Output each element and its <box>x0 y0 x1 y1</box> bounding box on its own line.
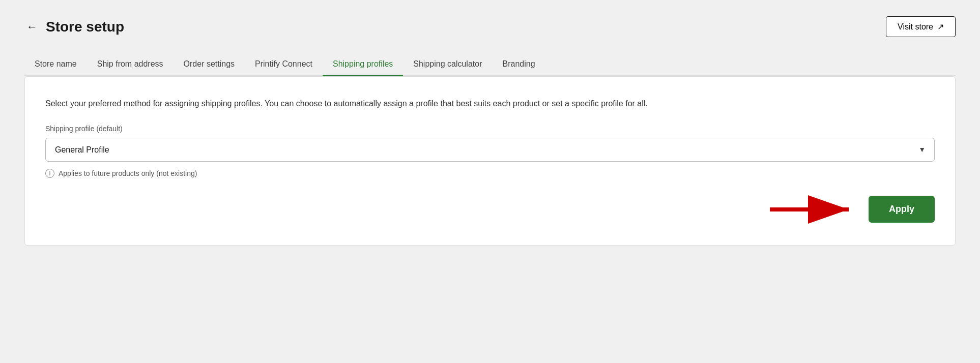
tab-store-name[interactable]: Store name <box>24 53 87 76</box>
arrow-container <box>765 194 856 225</box>
red-arrow-icon <box>765 194 856 225</box>
tab-branding[interactable]: Branding <box>492 53 545 76</box>
visit-store-label: Visit store <box>898 22 933 32</box>
profile-select-wrapper: General Profile Express Profile Economy … <box>45 138 935 162</box>
description-text: Select your preferred method for assigni… <box>45 97 758 110</box>
page-container: ← Store setup Visit store ↗ Store name S… <box>0 0 980 262</box>
tab-ship-from-address[interactable]: Ship from address <box>87 53 174 76</box>
external-link-icon: ↗ <box>937 22 944 32</box>
info-row: i Applies to future products only (not e… <box>45 169 935 178</box>
info-text: Applies to future products only (not exi… <box>59 169 197 177</box>
content-card: Select your preferred method for assigni… <box>24 76 956 246</box>
info-icon: i <box>45 169 54 178</box>
tabs-nav: Store name Ship from address Order setti… <box>24 53 956 76</box>
tab-shipping-profiles[interactable]: Shipping profiles <box>323 53 403 76</box>
tab-shipping-calculator[interactable]: Shipping calculator <box>403 53 492 76</box>
apply-row: Apply <box>45 194 935 225</box>
visit-store-button[interactable]: Visit store ↗ <box>886 16 956 37</box>
back-button[interactable]: ← <box>24 18 40 36</box>
field-label: Shipping profile (default) <box>45 125 935 133</box>
apply-button[interactable]: Apply <box>869 196 935 223</box>
tab-order-settings[interactable]: Order settings <box>174 53 245 76</box>
header: ← Store setup Visit store ↗ <box>24 16 956 37</box>
profile-select[interactable]: General Profile Express Profile Economy … <box>45 138 935 162</box>
header-left: ← Store setup <box>24 18 124 36</box>
back-icon: ← <box>26 20 38 34</box>
page-title: Store setup <box>46 19 124 35</box>
tab-printify-connect[interactable]: Printify Connect <box>245 53 323 76</box>
